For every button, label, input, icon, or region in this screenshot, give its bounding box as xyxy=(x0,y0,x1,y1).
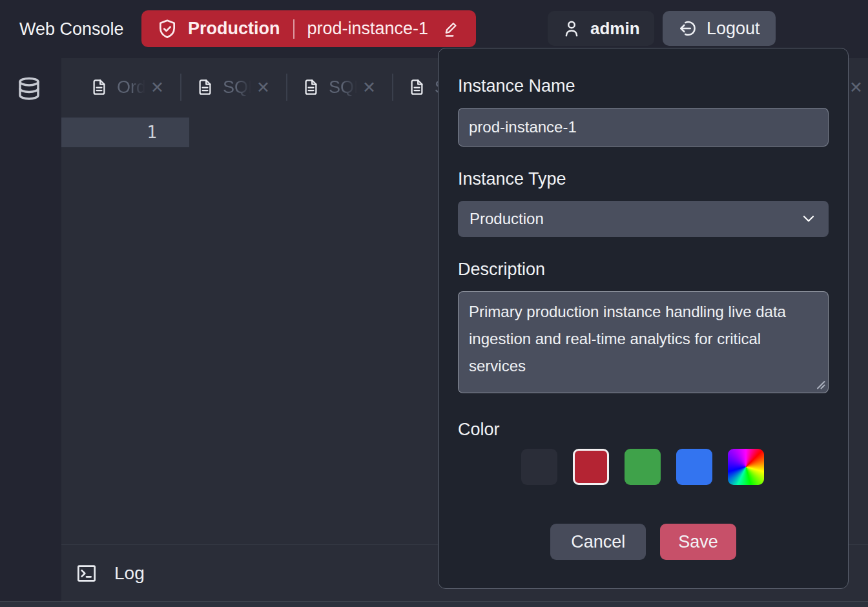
description-textarea[interactable]: Primary production instance handling liv… xyxy=(458,291,829,393)
tab-label: Orders xyxy=(117,77,147,98)
color-swatch-default[interactable] xyxy=(521,449,557,485)
logout-icon xyxy=(678,19,698,38)
user-chip: admin xyxy=(548,11,654,46)
color-swatch-rainbow[interactable] xyxy=(728,449,764,485)
web-console-app: Web Console Production prod-instance-1 a… xyxy=(0,0,868,607)
tab-label: SQL xyxy=(223,77,253,98)
tab-close-icon[interactable]: ✕ xyxy=(150,79,164,96)
instance-name-input[interactable] xyxy=(458,108,829,147)
instance-type-value: Production xyxy=(470,210,544,228)
description-field-label: Description xyxy=(458,259,829,280)
edit-pencil-icon[interactable] xyxy=(442,20,460,38)
editor-tab[interactable]: SQL✕ xyxy=(286,58,392,116)
logout-label: Logout xyxy=(707,19,760,39)
save-button[interactable]: Save xyxy=(660,524,736,560)
editor-tab[interactable]: SQL✕ xyxy=(180,58,286,116)
cancel-button[interactable]: Cancel xyxy=(550,524,646,560)
instance-env-label: Production xyxy=(188,19,280,39)
instance-type-select[interactable]: Production xyxy=(458,201,829,237)
color-field-label: Color xyxy=(458,419,829,440)
editor-active-line[interactable]: 1 xyxy=(61,118,189,147)
username-label: admin xyxy=(590,19,640,39)
instance-name-field-label: Instance Name xyxy=(458,76,829,96)
instance-type-field-label: Instance Type xyxy=(458,169,829,189)
line-number: 1 xyxy=(147,123,157,142)
tab-close-icon[interactable]: ✕ xyxy=(849,78,863,97)
file-icon xyxy=(196,77,214,97)
user-icon xyxy=(562,19,581,38)
file-icon xyxy=(90,77,108,97)
logout-button[interactable]: Logout xyxy=(663,11,776,46)
badge-divider xyxy=(293,19,294,39)
color-swatch-red[interactable] xyxy=(573,449,609,485)
modal-actions: Cancel Save xyxy=(458,524,829,560)
instance-name-label: prod-instance-1 xyxy=(307,19,429,39)
color-swatch-blue[interactable] xyxy=(676,449,712,485)
status-bar xyxy=(0,601,868,607)
tab-close-icon[interactable]: ✕ xyxy=(256,79,270,96)
database-icon[interactable] xyxy=(16,75,43,103)
editor-tab[interactable]: Orders✕ xyxy=(74,58,180,116)
instance-edit-modal: Instance Name Instance Type Production D… xyxy=(438,48,849,589)
tab-label: SQL xyxy=(329,77,358,98)
chevron-down-icon xyxy=(800,211,817,227)
instance-badge[interactable]: Production prod-instance-1 xyxy=(141,10,476,47)
shield-check-icon xyxy=(157,18,178,40)
log-label: Log xyxy=(114,563,145,584)
description-field: Primary production instance handling liv… xyxy=(458,291,829,393)
color-swatch-green[interactable] xyxy=(625,449,661,485)
sidebar xyxy=(0,58,61,601)
terminal-icon xyxy=(76,563,98,584)
file-icon xyxy=(302,77,320,97)
color-swatches xyxy=(521,449,829,485)
tab-close-icon[interactable]: ✕ xyxy=(362,79,376,96)
app-title: Web Console xyxy=(19,0,124,58)
file-icon xyxy=(408,77,426,97)
